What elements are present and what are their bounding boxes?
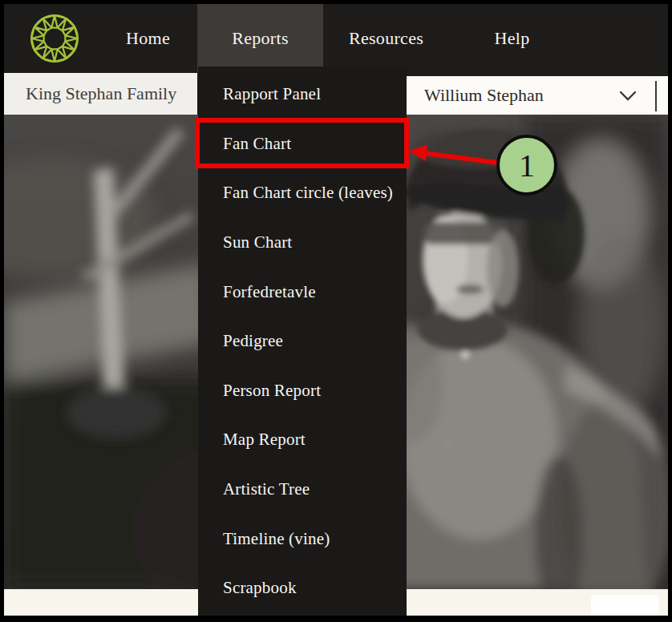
nav-item-resources[interactable]: Resources <box>323 4 449 73</box>
top-navbar: HomeReportsResourcesHelp <box>4 4 668 73</box>
family-tree-bar: King Stephan Family <box>4 73 197 115</box>
reports-menu-item-pedigree[interactable]: Pedigree <box>198 317 407 366</box>
reports-menu-item-sun-chart[interactable]: Sun Chart <box>198 218 407 268</box>
corner-panel <box>591 595 659 616</box>
nav-item-help[interactable]: Help <box>449 4 575 73</box>
person-selector-value: Willium Stephan <box>424 85 544 106</box>
app-window: HomeReportsResourcesHelp King Stephan Fa… <box>0 0 672 622</box>
chevron-down-icon <box>618 91 638 102</box>
reports-menu-item-forfedretavle[interactable]: Forfedretavle <box>198 267 407 317</box>
gem-ring-logo[interactable] <box>28 12 81 65</box>
reports-menu-item-artistic-tree[interactable]: Artistic Tree <box>198 465 407 515</box>
reports-dropdown-menu: Rapport PanelFan ChartFan Chart circle (… <box>198 67 407 616</box>
person-selector-dropdown[interactable]: Willium Stephan <box>407 76 668 115</box>
reports-menu-item-fan-chart-circle-leaves[interactable]: Fan Chart circle (leaves) <box>198 168 407 218</box>
nav-item-reports[interactable]: Reports <box>197 4 323 73</box>
nav-item-home[interactable]: Home <box>99 4 197 73</box>
reports-menu-item-rapport-panel[interactable]: Rapport Panel <box>198 70 407 119</box>
app-canvas: HomeReportsResourcesHelp King Stephan Fa… <box>4 4 668 616</box>
reports-menu-item-timeline-vine[interactable]: Timeline (vine) <box>198 514 407 563</box>
selector-divider <box>655 81 657 111</box>
reports-menu-item-map-report[interactable]: Map Report <box>198 415 407 465</box>
reports-menu-item-fan-chart[interactable]: Fan Chart <box>198 119 407 169</box>
reports-menu-item-scrapbook[interactable]: Scrapbook <box>198 563 407 613</box>
family-tree-name: King Stephan Family <box>26 83 176 104</box>
reports-menu-item-person-report[interactable]: Person Report <box>198 366 407 416</box>
